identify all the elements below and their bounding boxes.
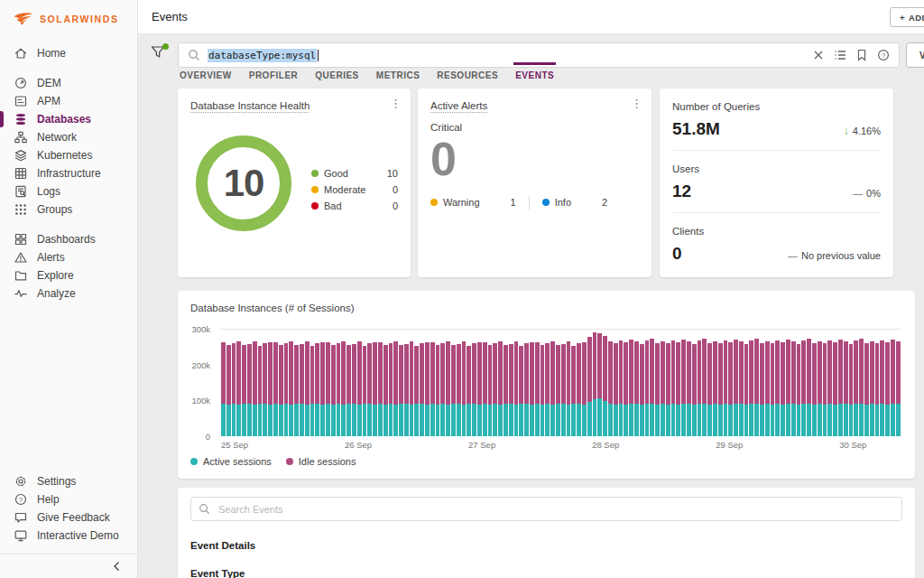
filter-funnel-icon[interactable] (151, 45, 169, 65)
sidebar-item-infrastructure[interactable]: Infrastructure (0, 164, 137, 182)
bookmark-icon[interactable] (855, 49, 868, 61)
sidebar-item-network[interactable]: Network (0, 128, 137, 146)
chart-bar (263, 343, 267, 436)
status-dot-icon (430, 199, 438, 206)
chart-bar (410, 341, 414, 436)
sidebar: SOLARWINDS HomeDEMAPMDatabasesNetworkKub… (0, 0, 138, 578)
chart-bar (676, 342, 680, 436)
legend-label: Moderate (324, 184, 365, 195)
events-panel: Event Details Event Type (178, 488, 915, 578)
chart-bar (524, 343, 529, 436)
sidebar-item-logs[interactable]: Logs (0, 182, 137, 200)
kubernetes-icon (14, 148, 28, 163)
chart-bar (661, 341, 665, 436)
query-history-icon[interactable] (834, 49, 846, 61)
chart-bar (341, 341, 346, 436)
event-type-heading: Event Type (190, 568, 902, 578)
chart-title: Database Instances (# of Sessions) (190, 303, 902, 313)
sidebar-item-databases[interactable]: Databases (0, 110, 137, 128)
stat-value: 12 (672, 182, 691, 201)
tab-bar: OVERVIEWPROFILERQUERIESMETRICSRESOURCESE… (178, 62, 556, 86)
chart-bar (232, 343, 236, 436)
sidebar-collapse-row (0, 554, 137, 578)
legend-label: Idle sessions (299, 456, 356, 467)
sidebar-item-settings[interactable]: Settings (0, 472, 137, 490)
chart-bar (880, 340, 884, 436)
health-legend-moderate: Moderate 0 (311, 184, 398, 195)
chart-bar (608, 341, 613, 436)
sidebar-item-home[interactable]: Home (0, 44, 137, 62)
sidebar-item-label: Dashboards (37, 233, 96, 246)
stat-delta: 4.16% (853, 126, 881, 136)
active-alerts-card: Active Alerts ⋮ Critical 0 Warning 1 Inf… (418, 89, 651, 277)
chart-bar (707, 343, 712, 436)
health-legend-good: Good 10 (311, 168, 398, 179)
sidebar-item-kubernetes[interactable]: Kubernetes (0, 146, 137, 164)
sidebar-item-label: Network (37, 131, 77, 144)
tab-metrics[interactable]: METRICS (374, 62, 422, 86)
stat-row-clients: Clients 0 —No previous value (672, 213, 881, 275)
sidebar-item-label: Settings (37, 475, 76, 488)
sidebar-item-alerts[interactable]: Alerts (0, 248, 137, 266)
chart-bar (440, 343, 445, 436)
sidebar-item-interactive-demo[interactable]: Interactive Demo (0, 527, 137, 545)
sidebar-item-label: Logs (37, 185, 60, 198)
search-events-input[interactable] (190, 497, 902, 521)
database-instance-health-card: Database Instance Health ⋮ 10 Good 10 Mo… (178, 89, 411, 277)
chart-bar (749, 340, 753, 436)
chart-bar (346, 345, 351, 436)
add-button[interactable]: + ADD (890, 7, 924, 27)
chart-bar (488, 345, 493, 436)
chart-bar (352, 344, 356, 436)
sidebar-item-analyze[interactable]: Analyze (0, 284, 137, 303)
kebab-menu-icon[interactable]: ⋮ (631, 98, 642, 109)
kebab-menu-icon[interactable]: ⋮ (390, 98, 402, 109)
sidebar-item-help[interactable]: ?Help (0, 490, 137, 508)
chart-bar (702, 339, 707, 436)
logs-icon (14, 184, 28, 199)
stat-value: 51.8M (672, 119, 720, 139)
alerts-icon (14, 250, 28, 265)
databases-icon (14, 112, 28, 126)
sidebar-item-groups[interactable]: Groups (0, 200, 137, 219)
tab-resources[interactable]: RESOURCES (435, 62, 500, 86)
chart-plot[interactable] (221, 329, 901, 436)
chart-bar (326, 342, 330, 436)
chart-bar (593, 332, 597, 436)
home-icon (14, 46, 28, 61)
tab-queries[interactable]: QUERIES (313, 62, 361, 86)
chart-bar (541, 345, 545, 436)
chart-bar (671, 340, 676, 436)
query-help-icon[interactable]: ? (877, 49, 890, 61)
chart-bar (446, 341, 450, 436)
health-donut-chart[interactable]: 10 (196, 135, 291, 231)
chart-bar (797, 344, 801, 436)
chart-bar (885, 342, 890, 436)
brand-logo[interactable]: SOLARWINDS (0, 0, 137, 33)
chart-bar (854, 340, 858, 436)
chart-bar (535, 342, 540, 436)
chart-bar (807, 339, 811, 436)
chart-bar (771, 343, 775, 436)
sidebar-item-label: Explore (37, 269, 74, 282)
view-button[interactable]: VIEW (906, 42, 924, 68)
tab-events[interactable]: EVENTS (513, 62, 556, 86)
tab-profiler[interactable]: PROFILER (247, 62, 300, 86)
chart-bar (268, 342, 273, 436)
sidebar-item-explore[interactable]: Explore (0, 266, 137, 284)
chart-bar (226, 345, 231, 436)
legend-label: Active sessions (203, 456, 272, 467)
clear-query-icon[interactable] (812, 49, 825, 61)
sidebar-item-apm[interactable]: APM (0, 92, 137, 110)
chart-bar (734, 340, 738, 436)
sidebar-item-give-feedback[interactable]: Give Feedback (0, 508, 137, 527)
sidebar-group-2: DashboardsAlertsExploreAnalyze (0, 230, 137, 303)
sidebar-item-dem[interactable]: DEM (0, 74, 137, 92)
collapse-sidebar-icon[interactable] (110, 559, 125, 573)
chart-legend-active-sessions: Active sessions (190, 456, 272, 467)
tab-overview[interactable]: OVERVIEW (178, 62, 234, 86)
dashboards-icon (14, 232, 28, 247)
sidebar-item-dashboards[interactable]: Dashboards (0, 230, 137, 248)
stat-row-users: Users 12 —0% (672, 151, 881, 213)
chart-bar (870, 341, 874, 436)
